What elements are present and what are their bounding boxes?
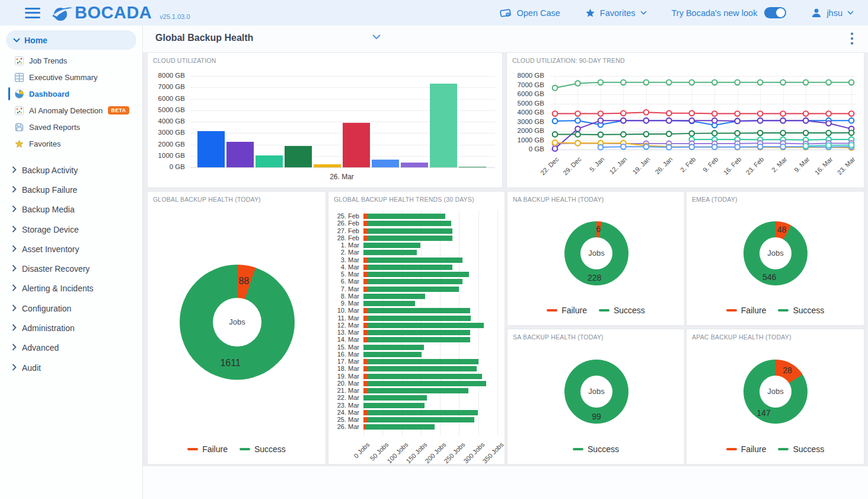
sidebar-section-configuration[interactable]: Configuration: [0, 298, 142, 318]
sidebar-section-label: Storage Device: [22, 225, 79, 234]
row-label: 7. Mar: [330, 285, 359, 293]
row-label: 2. Mar: [330, 249, 359, 256]
sidebar-item-dashboard[interactable]: Dashboard: [0, 85, 142, 102]
row-label: 5. Mar: [330, 271, 359, 278]
bocada-logo[interactable]: BOCADA v25.1.03.0: [51, 4, 190, 21]
donut-value-failure: 88: [227, 276, 260, 287]
bar-7: [401, 163, 428, 167]
legend-swatch: [240, 448, 250, 450]
legend-item-success: Success: [240, 444, 286, 454]
legend-item-failure: Failure: [547, 306, 587, 315]
row-label: 12. Mar: [330, 322, 359, 329]
sidebar-item-saved-reports[interactable]: Saved Reports: [0, 119, 142, 135]
bar-6: [372, 160, 399, 167]
success-bar: [367, 323, 484, 328]
chevron-right-icon: [12, 343, 17, 352]
sidebar-section-alerting-incidents[interactable]: Alerting & Incidents: [0, 279, 142, 298]
row-label: 20. Mar: [330, 380, 359, 387]
sidebar-item-job-trends[interactable]: Job Trends: [0, 52, 142, 69]
row-label: 14. Mar: [330, 336, 359, 343]
row-label: 15. Mar: [330, 344, 359, 351]
panel-emea-health: EMEA (TODAY)Jobs48546FailureSuccess: [686, 191, 864, 326]
case-icon: [500, 8, 512, 18]
bar-9: [459, 167, 486, 167]
success-bar: [367, 359, 479, 364]
panel-apac-health: APAC BACKUP HEALTH (TODAY)Jobs28147Failu…: [686, 329, 864, 465]
panel-health-trends: GLOBAL BACKUP HEALTH TRENDS (30 DAYS)0 J…: [328, 191, 505, 465]
sidebar: Home Job TrendsExecutive SummaryDashboar…: [0, 26, 143, 499]
donut-value-success: 546: [753, 272, 786, 282]
sidebar-section-label: Advanced: [22, 343, 59, 352]
success-bar: [367, 258, 462, 263]
legend-swatch: [778, 309, 789, 312]
legend-swatch: [547, 309, 557, 312]
sidebar-home-items: Job TrendsExecutive SummaryDashboardAI A…: [0, 52, 142, 152]
row-label: 1. Mar: [330, 241, 359, 249]
y-axis-tick: 0 GB: [507, 145, 544, 152]
chevron-right-icon: [12, 185, 17, 195]
star-icon: [15, 139, 24, 148]
success-bar: [367, 417, 474, 422]
scatter-icon: [15, 56, 24, 65]
success-bar: [363, 250, 417, 255]
legend-label: Failure: [741, 444, 767, 454]
favorites-menu[interactable]: Favorites: [585, 8, 647, 18]
sidebar-item-executive-summary[interactable]: Executive Summary: [0, 69, 142, 85]
sidebar-item-label: Executive Summary: [29, 73, 98, 82]
sidebar-section-storage-device[interactable]: Storage Device: [0, 220, 142, 239]
chevron-right-icon: [12, 225, 17, 234]
top-bar: BOCADA v25.1.03.0 Open Case Favorites Tr…: [0, 0, 868, 26]
sidebar-item-favorites[interactable]: Favorites: [0, 135, 142, 152]
new-look-toggle-group[interactable]: Try Bocada's new look: [672, 7, 787, 18]
sidebar-section-backup-failure[interactable]: Backup Failure: [0, 180, 142, 199]
open-case-label: Open Case: [517, 8, 560, 18]
row-label: 26. Feb: [330, 220, 359, 227]
sidebar-section-label: Backup Failure: [22, 185, 77, 195]
trend-lines: [550, 72, 857, 153]
chevron-right-icon: [12, 323, 17, 333]
sidebar-item-ai-anomaly-detection[interactable]: AI Anomaly DetectionBETA: [0, 102, 142, 119]
success-bar: [367, 279, 462, 284]
sidebar-section-disaster-recovery[interactable]: Disaster Recovery: [0, 259, 142, 278]
row-label: 27. Feb: [330, 227, 359, 234]
y-axis-tick: 1000 GB: [507, 136, 544, 144]
open-case-button[interactable]: Open Case: [500, 8, 560, 18]
success-bar: [367, 366, 477, 371]
sidebar-section-backup-media[interactable]: Backup Media: [0, 200, 142, 220]
sidebar-section-administration[interactable]: Administration: [0, 318, 142, 338]
legend-label: Success: [614, 306, 645, 315]
row-label: 25. Feb: [330, 212, 359, 220]
gridline: [190, 167, 495, 168]
user-menu[interactable]: jhsu: [811, 8, 854, 18]
footer-strip: [142, 466, 868, 499]
success-bar: [367, 272, 469, 277]
legend-swatch: [573, 448, 583, 450]
sidebar-item-home[interactable]: Home: [6, 30, 136, 50]
page-title-dropdown[interactable]: Global Backup Health: [155, 33, 253, 43]
legend-item-success: Success: [599, 306, 645, 315]
row-label: 9. Mar: [330, 300, 359, 307]
panel-title: CLOUD UTILIZATION: [153, 57, 216, 64]
sidebar-section-asset-inventory[interactable]: Asset Inventory: [0, 239, 142, 259]
chevron-down-icon[interactable]: [372, 34, 381, 40]
sidebar-section-label: Backup Media: [22, 205, 75, 214]
sidebar-section-backup-activity[interactable]: Backup Activity: [0, 160, 142, 180]
sidebar-section-advanced[interactable]: Advanced: [0, 338, 142, 358]
donut-value-success: 228: [578, 273, 611, 282]
kebab-menu-icon[interactable]: [847, 33, 857, 45]
y-axis-tick: 8000 GB: [507, 72, 544, 79]
y-axis-tick: 5000 GB: [507, 100, 544, 107]
chart-legend: Success: [508, 444, 684, 454]
x-axis-label: 26. Mar: [197, 173, 486, 181]
panel-title: CLOUD UTILIZATION: 90-DAY TREND: [512, 57, 625, 64]
bar-4: [314, 164, 341, 167]
legend-item-success: Success: [778, 444, 824, 454]
sidebar-section-audit[interactable]: Audit: [0, 358, 142, 377]
beta-badge: BETA: [108, 106, 129, 115]
panel-title: GLOBAL BACKUP HEALTH (TODAY): [153, 196, 261, 203]
success-bar: [367, 381, 486, 386]
row-label: 8. Mar: [330, 293, 359, 300]
hamburger-menu-icon[interactable]: [25, 8, 40, 18]
y-axis-tick: 2000 GB: [148, 141, 185, 148]
new-look-toggle[interactable]: [764, 7, 786, 18]
